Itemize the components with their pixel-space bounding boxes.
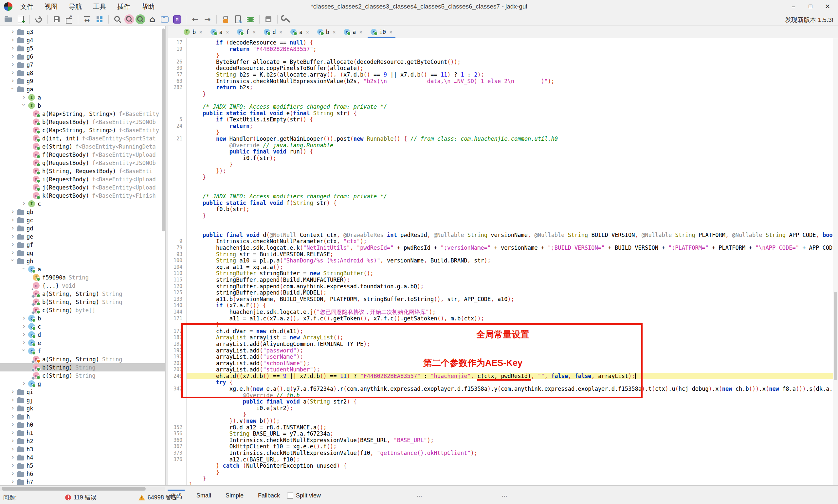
toolbar-open-icon[interactable]	[3, 14, 14, 25]
chevron-right-icon[interactable]	[8, 69, 17, 76]
tree-item-gf[interactable]: gf	[0, 240, 165, 249]
tree-item-a-string-string[interactable]: a(String, String)String	[0, 355, 165, 363]
chevron-right-icon[interactable]	[20, 339, 28, 346]
chevron-right-icon[interactable]	[8, 479, 17, 486]
tree-item-gg[interactable]: gg	[0, 249, 165, 257]
tree-item-b[interactable]: b	[0, 102, 165, 110]
toolbar-search-icon[interactable]	[112, 14, 123, 25]
split-view-checkbox[interactable]	[287, 492, 293, 499]
toolbar-home-icon[interactable]	[147, 14, 158, 25]
tree-item-b-string-string[interactable]: b(String, String)String	[0, 298, 165, 306]
tree-item-g4[interactable]: g4	[0, 36, 165, 44]
tree-item-h6[interactable]: h6	[0, 470, 165, 478]
toolbar-device-icon[interactable]	[232, 14, 244, 25]
tree-item-a-map-string-string[interactable]: a(Map<String, String>)f<BaseEntity	[0, 110, 165, 118]
tab-a[interactable]: a×	[286, 26, 313, 38]
chevron-right-icon[interactable]	[8, 37, 17, 44]
tree-item-gb[interactable]: gb	[0, 208, 165, 216]
close-icon[interactable]: ×	[252, 29, 256, 35]
chevron-down-icon[interactable]	[20, 102, 28, 109]
chevron-right-icon[interactable]	[8, 53, 17, 60]
chevron-right-icon[interactable]	[8, 413, 17, 420]
chevron-right-icon[interactable]	[8, 217, 17, 224]
close-icon[interactable]: ×	[226, 29, 229, 35]
chevron-right-icon[interactable]	[8, 209, 17, 216]
tree-item-f-requestbody[interactable]: f(RequestBody)f<BaseEntity<Upload	[0, 150, 165, 159]
menu-item[interactable]: 导航	[64, 1, 86, 13]
editor-vertical-scrollbar[interactable]	[833, 38, 838, 485]
toolbar-flatten-icon[interactable]	[94, 14, 105, 25]
error-count[interactable]: 119 错误	[74, 493, 96, 501]
tree-item-h-string-requestbody[interactable]: h(String, RequestBody)f<BaseEnti	[0, 167, 165, 175]
toolbar-wrap-icon[interactable]	[82, 14, 93, 25]
chevron-right-icon[interactable]	[8, 446, 17, 453]
tree-item-f[interactable]: f	[0, 347, 165, 355]
tree-item-h5[interactable]: h5	[0, 462, 165, 470]
menu-item[interactable]: 文件	[16, 1, 38, 13]
toolbar-log-icon[interactable]	[263, 14, 274, 25]
tree-item-gd[interactable]: gd	[0, 224, 165, 232]
mode-tab-fallback[interactable]: Fallback	[258, 490, 280, 500]
tree-item-gk[interactable]: gk	[0, 404, 165, 412]
chevron-right-icon[interactable]	[20, 331, 28, 338]
tab-f[interactable]: f×	[233, 26, 260, 38]
tree-item-e[interactable]: e	[0, 339, 165, 347]
toolbar-save-icon[interactable]	[51, 14, 62, 25]
chevron-right-icon[interactable]	[8, 454, 17, 461]
maximize-icon[interactable]	[802, 0, 819, 13]
tree-item-a[interactable]: a	[0, 265, 165, 273]
chevron-right-icon[interactable]	[8, 470, 17, 478]
tree-item-k-requestbody[interactable]: k(RequestBody)f<BaseEntity<Finish	[0, 192, 165, 200]
close-icon[interactable]: ×	[333, 29, 336, 35]
tree-item-c[interactable]: c	[0, 322, 165, 330]
tree-item-g3[interactable]: g3	[0, 28, 165, 36]
tree-item-a[interactable]: a	[0, 93, 165, 102]
tree-item-g7[interactable]: g7	[0, 60, 165, 69]
mode-tab-smali[interactable]: Smali	[196, 490, 211, 500]
chevron-right-icon[interactable]	[8, 29, 17, 36]
chevron-right-icon[interactable]	[8, 61, 17, 68]
toolbar-bug-icon[interactable]	[245, 14, 256, 25]
sidebar-horizontal-scrollbar[interactable]	[0, 487, 165, 491]
tree-item-g-requestbody[interactable]: g(RequestBody)f<BaseEntity<JSONOb	[0, 159, 165, 167]
chevron-down-icon[interactable]	[8, 86, 17, 93]
tree-item-ge[interactable]: ge	[0, 232, 165, 240]
chevron-right-icon[interactable]	[20, 315, 28, 322]
update-notice-link[interactable]: 发现新版本 1.5.3!	[785, 16, 834, 24]
tab-b[interactable]: b×	[313, 26, 340, 38]
toolbar-search-green-icon[interactable]	[136, 14, 145, 24]
tab-a[interactable]: a×	[340, 26, 367, 38]
chevron-right-icon[interactable]	[8, 421, 17, 428]
tree-item-h2[interactable]: h2	[0, 437, 165, 445]
tree-item-h[interactable]: h	[0, 412, 165, 420]
chevron-right-icon[interactable]	[8, 437, 17, 445]
tree-item-h7[interactable]: h7	[0, 478, 165, 485]
tree-item-b-string[interactable]: b(String)String	[0, 363, 165, 372]
tree-item-gh[interactable]: gh	[0, 257, 165, 265]
chevron-right-icon[interactable]	[8, 405, 17, 412]
mode-tab-item[interactable]: 代码	[170, 490, 182, 500]
code-text[interactable]: if (decodeResource == null) { return "F4…	[186, 38, 838, 485]
chevron-down-icon[interactable]	[20, 347, 28, 355]
chevron-right-icon[interactable]	[8, 241, 17, 248]
toolbar-wrench-icon[interactable]	[281, 14, 292, 25]
mode-tab-simple[interactable]: Simple	[226, 490, 244, 500]
chevron-right-icon[interactable]	[20, 323, 28, 330]
tree-item-h4[interactable]: h4	[0, 453, 165, 462]
close-icon[interactable]: ×	[199, 29, 202, 35]
chevron-right-icon[interactable]	[8, 462, 17, 469]
menu-item[interactable]: 工具	[88, 1, 111, 13]
chevron-right-icon[interactable]	[8, 389, 17, 396]
menu-item[interactable]: 插件	[113, 1, 135, 13]
tree-item-j-requestbody[interactable]: j(RequestBody)f<BaseEntity<Upload	[0, 183, 165, 192]
close-icon[interactable]: ×	[359, 29, 362, 35]
toolbar-mainact-icon[interactable]	[172, 14, 183, 25]
menu-item[interactable]: 视图	[40, 1, 62, 13]
panel-splitter[interactable]	[166, 26, 168, 485]
close-icon[interactable]: ×	[306, 29, 309, 35]
tree-item-b[interactable]: b	[0, 314, 165, 322]
sidebar-vertical-scrollbar[interactable]	[161, 26, 165, 485]
toolbar-export-icon[interactable]	[64, 14, 75, 25]
tree-item-e-string[interactable]: e(String)f<BaseEntity<RunningDeta	[0, 142, 165, 150]
tree-item-c-string[interactable]: c(String)String	[0, 372, 165, 380]
